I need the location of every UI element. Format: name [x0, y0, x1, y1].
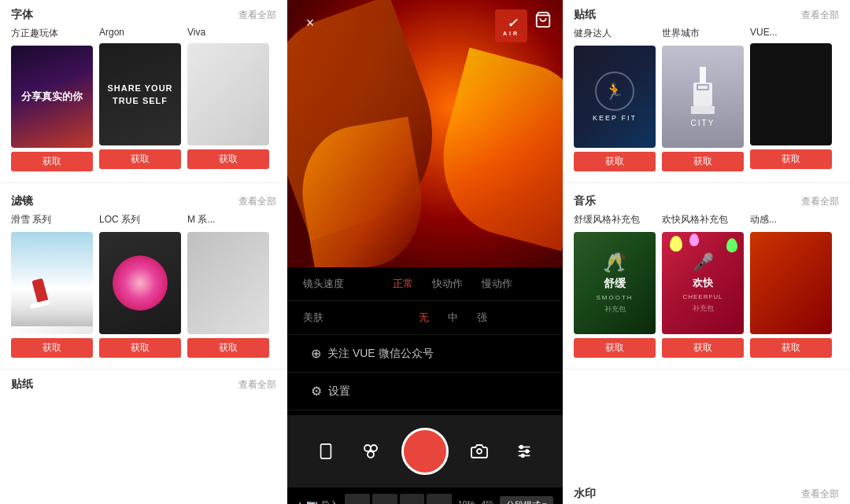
follow-label: 关注 VUE 微信公众号	[327, 347, 434, 361]
clip-slot-4	[427, 494, 452, 504]
leaf-decoration-2	[425, 47, 563, 251]
get-button-sticker-2[interactable]: 获取	[662, 152, 744, 171]
get-button-sticker-3[interactable]: 获取	[750, 149, 832, 169]
filter-label-1: 滑雪 系列	[11, 213, 51, 226]
music-cards: 舒缓风格补充包 🥂 舒缓 SMOOTH 补充包 获取 欢快风格补充包 🎤 欢快 …	[563, 213, 850, 366]
cheerful-sub: CHEERFUL	[682, 293, 722, 300]
get-button-font-1[interactable]: 获取	[11, 152, 93, 171]
get-button-filter-2[interactable]: 获取	[99, 338, 181, 358]
filters-header: 滤镜 查看全部	[0, 186, 287, 213]
beauty-option-none[interactable]: 无	[419, 311, 429, 325]
beauty-options: 无 中 强	[358, 311, 547, 325]
filter-preview-2[interactable]	[99, 232, 181, 334]
sticker-preview-1[interactable]: 🏃 KEEP FIT	[574, 46, 656, 148]
import-label[interactable]: 导入	[321, 499, 338, 505]
right-stickers-see-all[interactable]: 查看全部	[801, 9, 839, 22]
left-panel: 字体 查看全部 方正趣玩体 分享真实的你 获取 Argon SHARE YOUR…	[0, 0, 287, 504]
nike-logo: ✓	[507, 16, 516, 31]
music-preview-2[interactable]: 🎤 欢快 CHEERFUL 补充包	[662, 232, 744, 334]
segment-label: 分段模式	[506, 499, 541, 505]
import-group: + 📷 导入	[297, 498, 338, 504]
font-preview-3[interactable]	[187, 43, 269, 145]
beauty-option-strong[interactable]: 强	[477, 311, 487, 325]
follow-wechat-item[interactable]: ⊕ 关注 VUE 微信公众号	[287, 335, 563, 373]
stickers-bottom-header: 贴纸 查看全部	[0, 373, 287, 395]
get-button-sticker-1[interactable]: 获取	[574, 152, 656, 171]
sticker-card-3: VUE... 获取	[750, 27, 832, 171]
svg-point-3	[364, 445, 371, 451]
sticker-card-2: 世界城市 CITY 获取	[662, 27, 744, 171]
watermark-see-all[interactable]: 查看全部	[801, 487, 839, 501]
lens-option-fast[interactable]: 快动作	[432, 277, 463, 291]
cheerful-pack: 补充包	[693, 304, 714, 314]
sticker-preview-3[interactable]	[750, 43, 832, 145]
get-button-font-3[interactable]: 获取	[187, 149, 269, 169]
segment-mode-button[interactable]: 分段模式 ▾	[500, 496, 553, 505]
keep-fit-circle: 🏃	[595, 72, 634, 111]
lens-speed-row: 镜头速度 正常 快动作 慢动作	[287, 267, 563, 301]
filter-cards: 滑雪 系列 获取 LOC 系列 获取 M 系... 获取	[0, 213, 287, 366]
music-see-all[interactable]: 查看全部	[801, 195, 839, 208]
stickers-bottom-see-all[interactable]: 查看全部	[238, 378, 276, 392]
settings-label: 设置	[328, 384, 350, 399]
get-button-music-1[interactable]: 获取	[574, 338, 656, 358]
bag-icon[interactable]	[534, 11, 552, 32]
effects-button[interactable]	[357, 437, 385, 465]
plus-icon[interactable]: +	[297, 498, 303, 504]
fonts-header: 字体 查看全部	[0, 0, 287, 27]
music-preview-3[interactable]	[750, 232, 832, 334]
sticker-card-1: 健身达人 🏃 KEEP FIT 获取	[574, 27, 656, 171]
settings-overlay: 镜头速度 正常 快动作 慢动作 美肤 无 中 强 ⊕ 关注 VUE 微信公众号 …	[287, 267, 563, 415]
font-preview-2[interactable]: SHARE YOURTRUE SELF	[99, 43, 181, 145]
right-stickers-header: 贴纸 查看全部	[563, 0, 850, 27]
filter-card-3: M 系... 获取	[187, 213, 269, 358]
adjust-button[interactable]	[510, 437, 538, 465]
font-label-2: Argon	[99, 27, 124, 38]
get-button-filter-1[interactable]: 获取	[11, 338, 93, 358]
smooth-sub: SMOOTH	[596, 294, 633, 301]
close-button[interactable]: ×	[298, 11, 322, 35]
music-card-2: 欢快风格补充包 🎤 欢快 CHEERFUL 补充包 获取	[662, 213, 744, 358]
sticker-preview-2[interactable]: CITY	[662, 46, 744, 148]
filter-card-2: LOC 系列 获取	[99, 213, 181, 358]
get-button-font-2[interactable]: 获取	[99, 149, 181, 169]
divider-2	[0, 369, 287, 370]
music-preview-1[interactable]: 🥂 舒缓 SMOOTH 补充包	[574, 232, 656, 334]
watermark-header: 水印 查看全部	[563, 482, 850, 504]
record-button[interactable]	[401, 428, 449, 475]
filter-preview-1[interactable]	[11, 232, 93, 334]
lens-label: 镜头速度	[303, 277, 358, 291]
music-title: 音乐	[574, 194, 596, 208]
smooth-text: 舒缓	[604, 277, 626, 291]
svg-point-4	[371, 445, 377, 451]
filters-see-all[interactable]: 查看全部	[238, 195, 276, 208]
flip-camera-button[interactable]	[312, 437, 340, 465]
lens-option-slow[interactable]: 慢动作	[482, 277, 512, 291]
fonts-see-all[interactable]: 查看全部	[238, 9, 276, 22]
font-card-1: 方正趣玩体 分享真实的你 获取	[11, 27, 93, 171]
wechat-icon: ⊕	[311, 346, 321, 361]
font-preview-1[interactable]: 分享真实的你	[11, 46, 93, 148]
beauty-option-mid[interactable]: 中	[448, 311, 458, 325]
get-button-music-3[interactable]: 获取	[750, 338, 832, 358]
get-button-filter-3[interactable]: 获取	[187, 338, 269, 358]
beauty-label: 美肤	[303, 311, 358, 325]
camera-switch-button[interactable]	[465, 437, 493, 465]
get-button-music-2[interactable]: 获取	[662, 338, 744, 358]
keep-fit-text: KEEP FIT	[593, 114, 637, 122]
font-label-1: 方正趣玩体	[11, 27, 58, 40]
font-preview-text-1: 分享真实的你	[21, 89, 83, 105]
svg-point-11	[526, 450, 529, 453]
font-card-3: Viva 获取	[187, 27, 269, 171]
right-divider-1	[563, 182, 850, 183]
filter-preview-3[interactable]	[187, 232, 269, 334]
settings-menu-item[interactable]: ⚙ 设置	[287, 373, 563, 410]
fonts-title: 字体	[11, 8, 33, 22]
balloon-2	[726, 238, 737, 252]
sticker-cards: 健身达人 🏃 KEEP FIT 获取 世界城市	[563, 27, 850, 179]
beauty-row: 美肤 无 中 强	[287, 301, 563, 335]
lens-options: 正常 快动作 慢动作	[358, 277, 547, 291]
lens-option-normal[interactable]: 正常	[393, 277, 413, 291]
font-preview-text-2: SHARE YOURTRUE SELF	[107, 82, 172, 108]
watermark-title: 水印	[574, 487, 596, 501]
